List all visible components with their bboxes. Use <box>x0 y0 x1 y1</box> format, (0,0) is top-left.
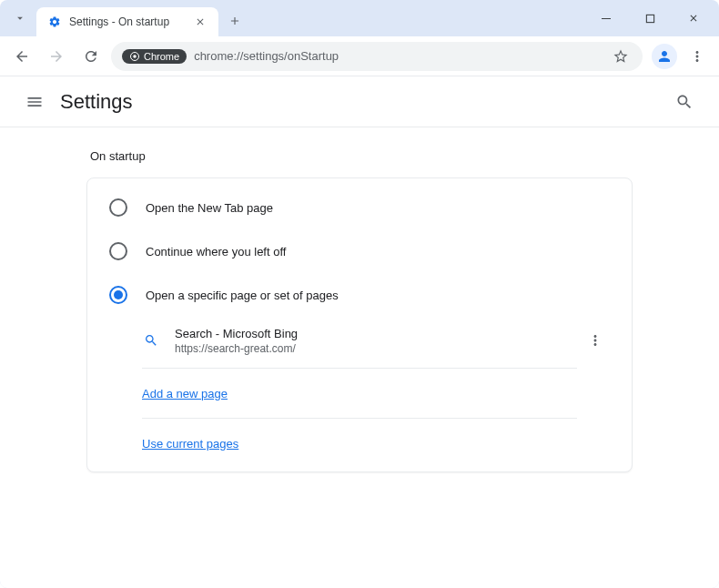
url-text: chrome://settings/onStartup <box>194 49 603 63</box>
more-vert-icon <box>689 48 705 65</box>
window-controls <box>588 5 712 32</box>
radio-continue[interactable]: Continue where you left off <box>87 229 632 273</box>
page-title: Settings <box>60 90 133 114</box>
svg-point-3 <box>133 55 137 58</box>
badge-label: Chrome <box>144 51 179 62</box>
tab-title: Settings - On startup <box>69 15 186 28</box>
hamburger-icon <box>25 93 44 111</box>
page-info: Search - Microsoft Bing https://search-g… <box>175 327 566 355</box>
arrow-right-icon <box>48 48 65 65</box>
radio-new-tab[interactable]: Open the New Tab page <box>87 186 632 229</box>
divider <box>142 418 577 419</box>
chrome-icon <box>129 51 140 62</box>
startup-page-url: https://search-great.com/ <box>175 342 566 355</box>
reload-icon <box>83 48 99 65</box>
divider <box>142 368 577 369</box>
maximize-button[interactable] <box>632 5 668 32</box>
startup-page-name: Search - Microsoft Bing <box>175 327 566 340</box>
reload-button[interactable] <box>76 42 106 71</box>
radio-specific-pages[interactable]: Open a specific page or set of pages <box>87 273 632 317</box>
back-button[interactable] <box>7 42 36 71</box>
toolbar: Chrome chrome://settings/onStartup <box>0 36 719 76</box>
search-icon <box>675 93 694 111</box>
search-icon <box>142 331 160 350</box>
content-area: On startup Open the New Tab page Continu… <box>0 127 719 472</box>
page-entry-menu-button[interactable] <box>581 326 610 355</box>
search-button[interactable] <box>668 86 701 118</box>
chrome-badge: Chrome <box>122 49 187 64</box>
use-current-row: Use current pages <box>87 422 632 464</box>
browser-tab[interactable]: Settings - On startup <box>36 7 218 36</box>
settings-page: Settings On startup Open the New Tab pag… <box>0 76 719 588</box>
more-vert-icon <box>587 332 603 349</box>
new-tab-button[interactable] <box>222 8 248 34</box>
radio-icon <box>109 242 127 260</box>
radio-label: Open the New Tab page <box>146 201 273 215</box>
star-icon <box>613 48 629 65</box>
plus-icon <box>228 15 241 27</box>
svg-rect-1 <box>646 15 653 22</box>
minimize-button[interactable] <box>588 5 624 32</box>
bookmark-button[interactable] <box>610 46 632 67</box>
startup-page-entry: Search - Microsoft Bing https://search-g… <box>87 317 632 364</box>
menu-button[interactable] <box>18 86 51 118</box>
page-header: Settings <box>0 76 719 127</box>
tab-bar: Settings - On startup <box>0 0 719 36</box>
radio-label: Open a specific page or set of pages <box>146 289 339 302</box>
svg-rect-0 <box>602 18 611 19</box>
close-icon[interactable] <box>193 15 208 29</box>
section-label: On startup <box>86 149 633 163</box>
radio-selected-icon <box>109 286 127 304</box>
tab-search-dropdown[interactable] <box>7 5 33 31</box>
startup-card: Open the New Tab page Continue where you… <box>86 177 633 472</box>
person-icon <box>656 48 673 65</box>
radio-icon <box>109 198 127 217</box>
chevron-down-icon <box>14 12 26 25</box>
add-page-link[interactable]: Add a new page <box>142 387 228 400</box>
use-current-link[interactable]: Use current pages <box>142 437 238 451</box>
profile-button[interactable] <box>652 44 677 69</box>
forward-button[interactable] <box>42 42 71 71</box>
add-page-row: Add a new page <box>87 372 632 414</box>
close-window-button[interactable] <box>675 5 712 32</box>
gear-icon <box>47 15 62 29</box>
radio-label: Continue where you left off <box>146 245 286 259</box>
arrow-left-icon <box>14 48 30 65</box>
browser-menu-button[interactable] <box>683 42 712 71</box>
address-bar[interactable]: Chrome chrome://settings/onStartup <box>111 42 643 71</box>
